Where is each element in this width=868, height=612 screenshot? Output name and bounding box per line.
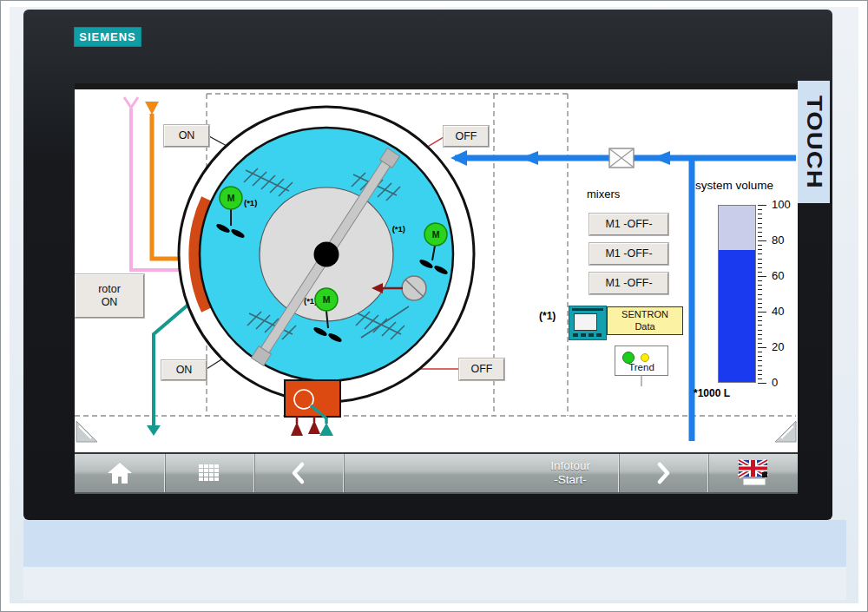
mixer-motor-icon (424, 223, 447, 246)
svg-text:M: M (323, 294, 331, 305)
forward-button[interactable] (618, 454, 707, 492)
screen-top-shadow (75, 83, 798, 89)
language-flag-icon (737, 459, 770, 487)
pump-icon (372, 276, 426, 300)
infotour-label: Infotour -Start- (550, 459, 590, 487)
touch-sticker: TOUCH (798, 81, 830, 203)
ref-marker-right: (*1) (392, 224, 405, 234)
mixing-tank (179, 107, 474, 402)
trend-button[interactable]: Trend (615, 345, 668, 376)
mixer-motor-icon (220, 187, 242, 209)
tick-100: 100 (772, 198, 798, 211)
drain-valve-icon (294, 390, 313, 409)
siemens-logo: SIEMENS (74, 27, 141, 47)
gauge-fill (719, 250, 755, 382)
mixer-2-button[interactable]: M1 -OFF- (589, 243, 668, 265)
enclosure-bottom-band-light (23, 567, 846, 600)
tick-80: 80 (772, 234, 798, 247)
language-button[interactable] (707, 454, 798, 492)
rotor-arc (194, 199, 207, 310)
svg-text:M: M (227, 193, 235, 203)
chevron-left-icon (289, 460, 308, 486)
svg-text:M: M (432, 229, 440, 240)
home-button[interactable] (75, 454, 164, 492)
gauge-unit-label: *1000 L (694, 387, 730, 399)
mixer-motor-icon (315, 288, 338, 311)
drain-arrows (291, 405, 333, 436)
on-button-bottom[interactable]: ON (161, 360, 207, 380)
tick-20: 20 (772, 340, 798, 353)
sentron-data-button[interactable]: SENTRON Data (607, 306, 683, 335)
system-volume-gauge: system volume 100 80 60 40 20 0 *1000 L (694, 179, 798, 406)
agitator-hub (314, 242, 339, 267)
on-button-top[interactable]: ON (164, 125, 209, 147)
agitator-bar (251, 148, 399, 366)
tick-60: 60 (772, 269, 798, 282)
mixers-section-title: mixers (587, 188, 620, 201)
gauge-bar (718, 205, 756, 383)
off-button-bottom[interactable]: OFF (459, 359, 504, 380)
infotour-start-button[interactable]: Infotour -Start- (343, 454, 618, 492)
mixer-1-button[interactable]: M1 -OFF- (589, 214, 668, 235)
rotor-label-line2: ON (102, 296, 118, 309)
mixer-unit-bottom: (*1) M (304, 288, 343, 344)
mixer-unit-left: (*1) M (215, 187, 257, 240)
back-button[interactable] (253, 454, 343, 492)
ref-marker-bottom: (*1) (304, 296, 317, 306)
rotor-on-button[interactable]: rotor ON (75, 274, 144, 318)
yellow-status-dot (641, 353, 649, 362)
enclosure-bottom-band (23, 520, 846, 567)
sentron-label-line1: SENTRON (621, 309, 668, 320)
page-curl-right-icon[interactable] (774, 420, 797, 443)
tick-40: 40 (772, 305, 798, 318)
sentron-label-line2: Data (635, 321, 654, 332)
page-curl-left-icon[interactable] (76, 420, 98, 443)
trend-label: Trend (615, 362, 667, 372)
hmi-screen: (*1) M (*1) M (*1) M (75, 83, 798, 494)
navigation-bar: Infotour -Start- (75, 452, 798, 494)
tank-outlet-box (285, 380, 340, 417)
tick-0: 0 (772, 376, 798, 389)
hmi-panel-device: SIEMENS TOUCH (0, 0, 868, 612)
sentron-ref-marker: (*1) (539, 310, 556, 322)
pink-line (124, 97, 194, 270)
button-connectors (207, 136, 641, 386)
gauge-tick-ruler (758, 205, 766, 384)
mixer-3-button[interactable]: M1 -OFF- (589, 273, 668, 294)
rotor-label-line1: rotor (98, 283, 121, 296)
ref-marker-left: (*1) (244, 198, 257, 207)
pipe-valve-icon (609, 148, 634, 168)
menu-grid-icon (199, 464, 220, 482)
home-icon (107, 462, 133, 484)
chevron-right-icon (654, 460, 673, 486)
sentron-device-icon[interactable] (569, 306, 607, 340)
menu-grid-button[interactable] (164, 454, 253, 492)
gauge-title: system volume (695, 179, 773, 192)
mixer-unit-right: (*1) M (392, 223, 449, 276)
off-button-top[interactable]: OFF (444, 126, 489, 147)
